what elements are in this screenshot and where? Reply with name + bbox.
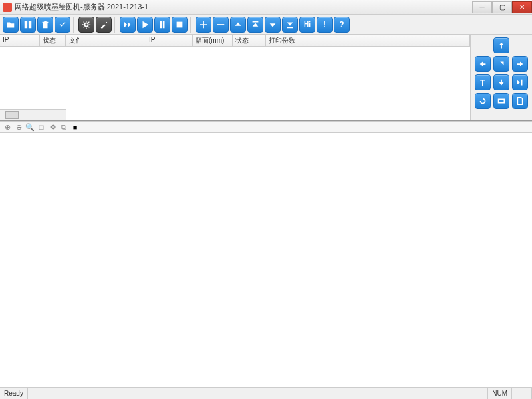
nav-center-button[interactable] [493, 56, 509, 72]
svg-rect-4 [287, 27, 293, 28]
down-button[interactable] [265, 17, 281, 33]
settings-button[interactable] [78, 17, 94, 33]
nav-page-button[interactable] [512, 93, 528, 109]
nav-left-button[interactable] [475, 56, 491, 72]
zoom-out-icon[interactable]: ⊖ [14, 122, 23, 132]
svg-rect-5 [499, 99, 505, 102]
minus-button[interactable] [213, 17, 229, 33]
statusbar: Ready NUM [0, 387, 532, 399]
col-ip2[interactable]: IP [146, 35, 193, 46]
svg-rect-2 [217, 24, 225, 25]
preview-toolbar: ⊕ ⊖ 🔍 □ ✥ ⧉ ■ [0, 121, 532, 133]
svg-point-0 [84, 23, 88, 26]
preview-canvas[interactable] [0, 133, 532, 387]
stop-button[interactable] [172, 17, 188, 33]
copy-icon[interactable]: ⧉ [59, 122, 68, 132]
nav-rotate-button[interactable] [475, 93, 491, 109]
titlebar: 网络超级喷墨绘图机-服务器 2021-1213-1 ─ ▢ ✕ [0, 0, 532, 15]
layout-button[interactable] [20, 17, 36, 33]
nav-down-button[interactable] [493, 74, 509, 90]
connections-pane: IP 状态 [0, 35, 66, 120]
help-button[interactable]: ? [334, 17, 350, 33]
svg-rect-3 [253, 21, 259, 22]
fit-icon[interactable]: □ [37, 122, 46, 132]
status-ready: Ready [0, 388, 28, 399]
delete-button[interactable] [37, 17, 53, 33]
svg-rect-1 [177, 21, 183, 27]
jobs-pane: 文件 IP 幅面(mm) 状态 打印份数 [66, 35, 471, 120]
col-ip[interactable]: IP [0, 35, 40, 46]
col-file[interactable]: 文件 [66, 35, 146, 46]
tools-button[interactable] [96, 17, 112, 33]
open-button[interactable] [3, 17, 19, 33]
play-button[interactable] [137, 17, 153, 33]
minimize-button[interactable]: ─ [472, 1, 492, 13]
nav-pane: T [471, 35, 532, 120]
zoom-icon[interactable]: 🔍 [25, 122, 35, 132]
connections-list[interactable] [0, 47, 66, 109]
col-copies[interactable]: 打印份数 [266, 35, 470, 46]
col-width[interactable]: 幅面(mm) [193, 35, 233, 46]
jobs-list[interactable] [66, 47, 470, 120]
col-status[interactable]: 状态 [40, 35, 66, 46]
hi-button[interactable]: Hi [299, 17, 315, 33]
nav-fit-button[interactable] [493, 93, 509, 109]
pause-button[interactable] [154, 17, 170, 33]
nav-up-button[interactable] [493, 37, 509, 53]
window-title: 网络超级喷墨绘图机-服务器 2021-1213-1 [15, 2, 472, 12]
status-num: NUM [488, 388, 512, 399]
app-icon [3, 3, 12, 12]
zoom-in-icon[interactable]: ⊕ [3, 122, 12, 132]
check-button[interactable] [55, 17, 70, 33]
col-status2[interactable]: 状态 [233, 35, 266, 46]
nav-end-button[interactable] [512, 74, 528, 90]
save-icon[interactable]: ■ [70, 122, 80, 132]
plus-button[interactable] [196, 17, 211, 33]
fast-forward-button[interactable] [120, 17, 136, 33]
close-button[interactable]: ✕ [512, 1, 532, 13]
hscrollbar[interactable] [0, 109, 66, 120]
info-button[interactable]: ! [317, 17, 332, 33]
top-button[interactable] [247, 17, 263, 33]
main-toolbar: Hi ! ? [0, 15, 532, 35]
bottom-button[interactable] [282, 17, 298, 33]
up-button[interactable] [230, 17, 246, 33]
nav-text-button[interactable]: T [475, 74, 491, 90]
maximize-button[interactable]: ▢ [492, 1, 512, 13]
nav-right-button[interactable] [512, 56, 528, 72]
pan-icon[interactable]: ✥ [48, 122, 57, 132]
